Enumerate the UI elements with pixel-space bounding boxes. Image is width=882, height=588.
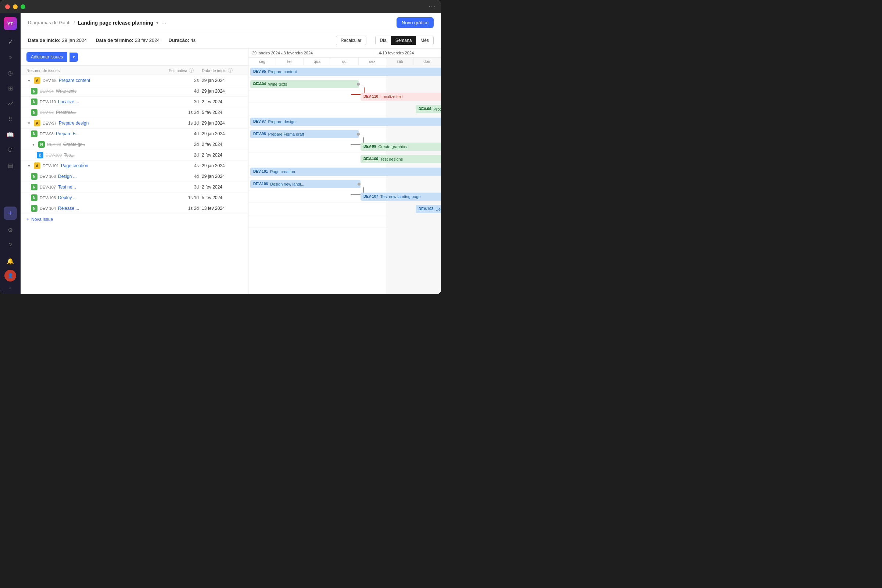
add-issue-button[interactable]: + Nova issue [21,214,248,225]
gantt-days-row: seg ter qua qui sex sáb dom seg ter qua [248,58,441,65]
view-toggle: Dia Semana Mês [375,36,434,45]
sidebar-bell-icon[interactable]: 🔔 [4,254,17,267]
issue-estimate: 1s 1d [169,120,202,126]
table-row[interactable]: ▼ A DEV-101 Page creation 4s 29 jan 2024 [21,160,248,171]
issue-start: 29 jan 2024 [202,78,242,83]
issue-id: DEV-99 [47,142,61,147]
table-row[interactable]: N DEV-106 Design ... 4d 29 jan 2024 [21,171,248,182]
issue-id: DEV-107 [40,185,56,189]
issue-title[interactable]: Prepare F... [56,131,79,136]
maximize-button[interactable] [21,4,26,9]
bar-dev96[interactable]: DEV-96 Proofread texts [416,105,441,113]
day-sex: sex [358,58,386,65]
bar-label: Page creation [270,170,295,174]
bar-dev110[interactable]: DEV-110 Localize text [360,93,441,101]
sidebar-item-chart[interactable] [4,97,17,110]
sidebar-item-history[interactable]: ◷ [4,66,17,80]
bar-id: DEV-103 [418,207,433,211]
expand-icon[interactable]: ▼ [27,120,32,126]
issue-start: 2 fev 2024 [202,99,242,104]
start-info-icon[interactable]: i [228,68,232,73]
expand-icon[interactable]: ▼ [31,142,36,147]
sidebar-item-circle[interactable]: ○ [4,51,17,64]
issue-estimate: 4d [169,174,202,179]
sidebar-item-panel[interactable]: ▤ [4,159,17,172]
sidebar-item-grid[interactable]: ⠿ [4,112,17,126]
issue-title[interactable]: Localize ... [58,99,79,104]
bar-dev103[interactable]: DEV-103 Deploy on stagi... [416,205,441,213]
bar-dot [357,133,360,136]
table-row[interactable]: N DEV-104 Release ... 1s 2d 13 fev 2024 [21,203,248,214]
sidebar-item-check[interactable]: ✓ [4,35,17,48]
issue-title[interactable]: Test ne... [58,184,76,190]
chevron-down-icon[interactable]: ▾ [156,20,158,26]
table-row[interactable]: ▼ N DEV-99 Create gr... 2d 2 fev 2024 [21,139,248,150]
badge-b: B [37,152,44,158]
gantt-row-dev95: DEV-95 Prepare content [248,65,441,78]
bar-dev100[interactable]: DEV-100 Test designs [360,155,441,163]
issue-estimate: 2d [169,142,202,147]
expand-icon[interactable]: ▼ [27,163,32,168]
issue-title[interactable]: Release ... [58,206,79,211]
bar-label: Test new landing page [380,194,420,199]
table-row[interactable]: N DEV-94 Write texts 4d 29 jan 2024 [21,86,248,97]
bar-dev95[interactable]: DEV-95 Prepare content [250,68,441,76]
table-row[interactable]: ▼ A DEV-97 Prepare design 1s 1d 29 jan 2… [21,118,248,129]
bar-dev106[interactable]: DEV-106 Design new landi... [250,180,360,188]
sidebar-item-layout[interactable]: ⊞ [4,82,17,95]
bar-dev97[interactable]: DEV-97 Prepare design [250,118,441,126]
view-week-button[interactable]: Semana [391,36,416,45]
table-row[interactable]: N DEV-103 Deploy ... 1s 1d 5 fev 2024 [21,193,248,203]
day-ter: ter [276,58,303,65]
bar-dev101[interactable]: DEV-101 Page creation [250,168,441,176]
bar-dev107[interactable]: DEV-107 Test new landing page [360,193,441,201]
issue-title[interactable]: Deploy ... [58,195,77,200]
minimize-button[interactable] [13,4,18,9]
issue-title[interactable]: Create gr... [63,142,85,147]
col-summary: Resumo de issues [27,68,169,73]
bar-dev98[interactable]: DEV-98 Prepare Figma draft [250,130,358,138]
table-row[interactable]: N DEV-107 Test ne... 3d 2 fev 2024 [21,182,248,193]
table-row[interactable]: N DEV-96 Proofrea... 1s 3d 5 fev 2024 [21,107,248,118]
svg-point-0 [12,102,13,103]
bar-dev94[interactable]: DEV-94 Write texts [250,80,358,88]
issue-title[interactable]: Tes... [64,153,75,158]
user-avatar[interactable]: 👤 [4,270,16,282]
issue-title[interactable]: Prepare design [59,120,88,126]
gantt-row-dev103: DEV-103 Deploy on stagi... [248,203,441,215]
table-row[interactable]: ▼ A DEV-95 Prepare content 3s 29 jan 202… [21,75,248,86]
main-window: ··· YT ✓ ○ ◷ ⊞ ⠿ 📖 ⏱ ▤ + ⚙ ? [0,0,441,294]
view-month-button[interactable]: Mês [416,36,433,45]
add-issues-button[interactable]: Adicionar issues [27,52,67,62]
new-chart-button[interactable]: Novo gráfico [396,17,434,28]
bar-dev99[interactable]: DEV-99 Create graphics [360,142,441,151]
issue-id: DEV-98 [40,132,54,136]
issue-title[interactable]: Proofrea... [56,110,76,115]
sidebar-expand-icon[interactable]: » [9,285,12,290]
sidebar-help-icon[interactable]: ? [4,239,17,252]
day-qua: qua [303,58,331,65]
close-button[interactable] [5,4,10,9]
sidebar-add-button[interactable]: + [4,207,17,220]
issue-start: 13 fev 2024 [202,206,242,211]
table-row[interactable]: N DEV-110 Localize ... 3d 2 fev 2024 [21,97,248,107]
issue-title[interactable]: Design ... [58,174,77,179]
table-row[interactable]: N DEV-98 Prepare F... 4d 29 jan 2024 [21,129,248,139]
estimate-info-icon[interactable]: i [189,68,194,73]
sidebar-item-book[interactable]: 📖 [4,128,17,141]
table-row[interactable]: B DEV-100 Tes... 2d 2 fev 2024 [21,150,248,160]
issue-title[interactable]: Page creation [61,163,88,168]
bar-id: DEV-94 [253,82,266,86]
more-options-button[interactable]: ··· [161,20,167,26]
add-issues-dropdown[interactable]: ▾ [69,52,78,62]
issue-id: DEV-103 [40,195,56,200]
window-menu[interactable]: ··· [429,3,436,10]
view-day-button[interactable]: Dia [376,36,391,45]
expand-icon[interactable]: ▼ [27,78,32,83]
issue-title[interactable]: Prepare content [59,78,90,83]
recalcular-button[interactable]: Recalcular [336,36,366,45]
issue-id: DEV-94 [40,89,54,93]
sidebar-gear-icon[interactable]: ⚙ [4,224,17,237]
issue-title[interactable]: Write texts [56,88,76,94]
sidebar-item-timer[interactable]: ⏱ [4,143,17,156]
